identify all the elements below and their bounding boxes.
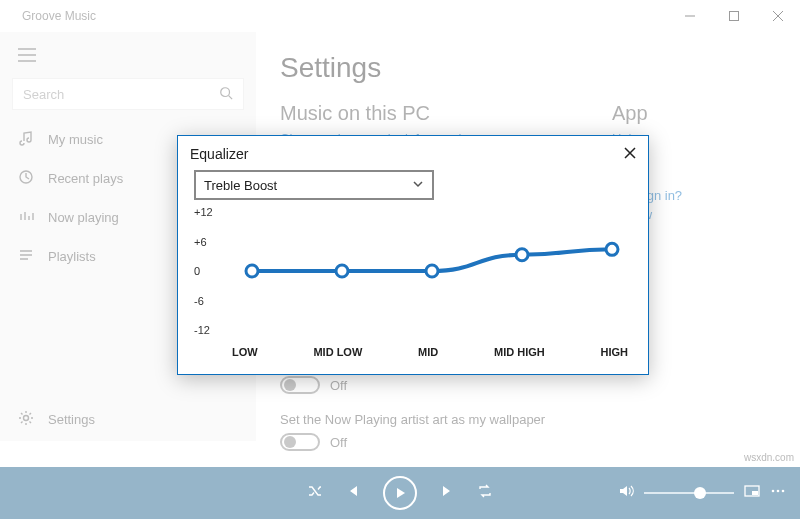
svg-rect-5 (752, 491, 758, 495)
svg-point-8 (782, 490, 785, 493)
next-button[interactable] (439, 483, 455, 503)
xtick: MID (418, 346, 438, 358)
eq-handle[interactable] (246, 265, 258, 277)
xtick: LOW (232, 346, 258, 358)
ytick: +12 (194, 206, 224, 218)
ytick: -12 (194, 324, 224, 336)
volume-slider[interactable] (644, 492, 734, 494)
volume-icon[interactable] (618, 483, 634, 503)
player-bar (0, 467, 800, 519)
volume-thumb[interactable] (694, 487, 706, 499)
preset-value: Treble Boost (204, 178, 277, 193)
preset-select[interactable]: Treble Boost (194, 170, 434, 200)
chevron-down-icon (412, 178, 424, 193)
repeat-button[interactable] (477, 483, 493, 503)
ytick: -6 (194, 295, 224, 307)
equalizer-chart: +12+60-6-12 LOWMID LOWMIDMID HIGHHIGH (194, 206, 632, 366)
eq-handle[interactable] (606, 243, 618, 255)
svg-point-6 (772, 490, 775, 493)
previous-button[interactable] (345, 483, 361, 503)
close-icon[interactable] (624, 146, 636, 162)
more-button[interactable] (770, 483, 786, 503)
eq-handle[interactable] (336, 265, 348, 277)
xtick: HIGH (600, 346, 628, 358)
ytick: +6 (194, 236, 224, 248)
eq-handle[interactable] (426, 265, 438, 277)
play-button[interactable] (383, 476, 417, 510)
svg-point-7 (777, 490, 780, 493)
shuffle-button[interactable] (307, 483, 323, 503)
ytick: 0 (194, 265, 224, 277)
equalizer-dialog: Equalizer Treble Boost +12+60-6-12 LOWMI… (177, 135, 649, 375)
dialog-title: Equalizer (190, 146, 248, 162)
eq-handle[interactable] (516, 249, 528, 261)
miniplayer-button[interactable] (744, 483, 760, 503)
xtick: MID HIGH (494, 346, 545, 358)
xtick: MID LOW (313, 346, 362, 358)
watermark: wsxdn.com (744, 452, 794, 463)
